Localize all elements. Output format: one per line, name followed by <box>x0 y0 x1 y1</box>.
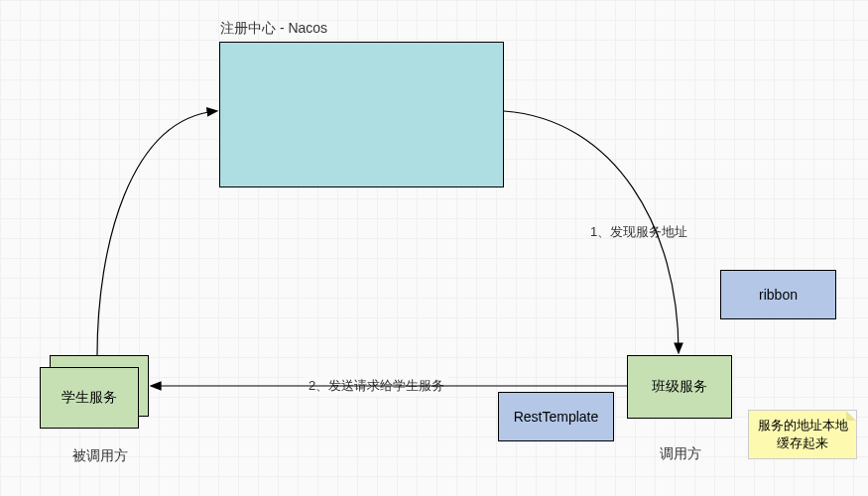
student-service-label: 学生服务 <box>62 389 117 407</box>
nacos-box <box>219 42 504 187</box>
rest-template-box: RestTemplate <box>498 392 614 441</box>
ribbon-label: ribbon <box>759 287 798 303</box>
note-text: 服务的地址本地缓存起来 <box>758 418 848 450</box>
discover-label: 1、发现服务地址 <box>590 223 687 241</box>
title-label: 注册中心 - Nacos <box>220 20 327 38</box>
arrow-register <box>97 111 216 355</box>
student-service-box: 学生服务 <box>40 367 139 429</box>
note-sticky: 服务的地址本地缓存起来 <box>748 410 857 459</box>
caller-label: 调用方 <box>660 445 701 463</box>
class-service-label: 班级服务 <box>652 378 707 396</box>
class-service-box: 班级服务 <box>627 355 732 419</box>
send-request-label: 2、发送请求给学生服务 <box>305 377 448 395</box>
ribbon-box: ribbon <box>720 270 836 319</box>
rest-template-label: RestTemplate <box>514 409 599 425</box>
callee-label: 被调用方 <box>72 447 128 465</box>
